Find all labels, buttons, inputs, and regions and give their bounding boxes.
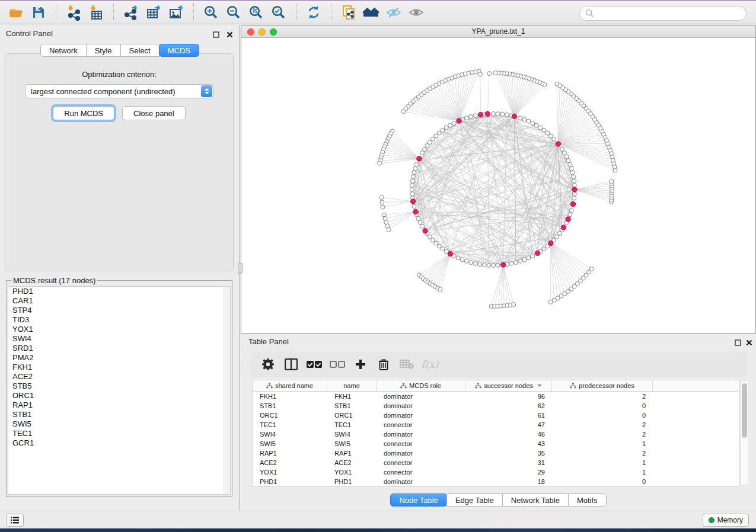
- column-header-name[interactable]: name: [327, 380, 377, 391]
- export-image-button[interactable]: [165, 2, 187, 23]
- table-scrollbar[interactable]: [741, 380, 748, 485]
- import-network-icon: [65, 4, 82, 21]
- tab-style[interactable]: Style: [86, 44, 121, 57]
- list-icon: [10, 516, 20, 524]
- table-row[interactable]: ORC1ORC1dominator610: [253, 411, 739, 420]
- table-options-button[interactable]: [259, 355, 277, 373]
- column-header-MCDS-role[interactable]: MCDS role: [377, 380, 465, 391]
- import-network-button[interactable]: [62, 2, 85, 23]
- mcds-result-list[interactable]: PHD1CAR1STP4TID3YOX1SWI4SRD1PMA2FKH1ACE2…: [8, 286, 231, 495]
- show-panels-button[interactable]: [6, 514, 24, 527]
- control-panel-tabs: NetworkStyleSelectMCDS: [0, 44, 240, 57]
- list-scrollbar[interactable]: [224, 287, 230, 494]
- shared-column-icon: [570, 383, 576, 389]
- refresh-button[interactable]: [302, 2, 325, 23]
- optimization-criterion-label: Optimization criterion:: [5, 70, 233, 79]
- table-row[interactable]: YOX1YOX1connector291: [253, 467, 739, 477]
- tab-edge-table[interactable]: Edge Table: [446, 493, 503, 507]
- mcds-result-item[interactable]: STP4: [8, 306, 230, 315]
- mcds-result-item[interactable]: STB1: [8, 410, 230, 419]
- export-table-button[interactable]: [142, 2, 165, 23]
- network-window-titlebar[interactable]: YPA_prune.txt_1: [241, 26, 755, 38]
- table-row[interactable]: ACE2ACE2connector311: [253, 458, 739, 467]
- close-table-panel-button[interactable]: [745, 339, 753, 347]
- mcds-result-item[interactable]: SRD1: [8, 344, 230, 353]
- table-row[interactable]: SWI4SWI4dominator462: [253, 430, 739, 439]
- window-close-icon[interactable]: [247, 28, 254, 36]
- export-network-button[interactable]: [120, 2, 142, 23]
- memory-status-icon: [709, 517, 714, 523]
- sort-chevron-icon[interactable]: [537, 384, 542, 387]
- open-file-button[interactable]: [5, 2, 27, 23]
- duplicate-network-button[interactable]: [337, 2, 360, 23]
- import-table-button[interactable]: [85, 2, 107, 23]
- mcds-result-item[interactable]: ORC1: [8, 391, 230, 400]
- tab-motifs[interactable]: Motifs: [568, 493, 607, 507]
- close-panel-button[interactable]: [226, 31, 234, 39]
- show-column-panel-button[interactable]: [282, 355, 300, 373]
- network-canvas[interactable]: [241, 39, 755, 333]
- deselect-all-button[interactable]: [328, 355, 346, 373]
- desktop-background: [0, 528, 756, 532]
- delete-table-button[interactable]: [398, 355, 416, 373]
- create-column-button[interactable]: [352, 355, 369, 373]
- search-input[interactable]: [597, 9, 733, 18]
- mcds-result-item[interactable]: FKH1: [8, 363, 230, 372]
- mcds-result-item[interactable]: SWI5: [8, 419, 230, 429]
- show-all-button[interactable]: [405, 2, 428, 23]
- mcds-result-item[interactable]: TEC1: [8, 429, 230, 438]
- table-row[interactable]: TEC1TEC1connector472: [253, 420, 739, 430]
- tab-network-table[interactable]: Network Table: [502, 493, 569, 507]
- mcds-result-item[interactable]: ACE2: [8, 372, 230, 382]
- toolbar-separator: [113, 4, 114, 21]
- mcds-result-item[interactable]: PHD1: [8, 287, 230, 296]
- column-header-predecessor-nodes[interactable]: predecessor nodes: [552, 380, 653, 391]
- mcds-result-item[interactable]: SWI4: [8, 334, 230, 344]
- close-mcds-panel-button[interactable]: Close panel: [122, 106, 186, 120]
- delete-column-button[interactable]: [375, 355, 393, 373]
- table-row[interactable]: SWI5SWI5connector431: [253, 439, 739, 448]
- column-header-successor-nodes[interactable]: successor nodes: [465, 380, 552, 391]
- search-field[interactable]: [579, 6, 747, 21]
- first-neighbors-button[interactable]: [360, 2, 382, 23]
- table-panel-title: Table Panel: [248, 337, 289, 346]
- float-panel-button[interactable]: [212, 31, 220, 39]
- mcds-result-item[interactable]: TID3: [8, 315, 230, 325]
- memory-button[interactable]: Memory: [703, 514, 749, 527]
- main-toolbar: [0, 0, 756, 24]
- table-row[interactable]: PHD1PHD1dominator180: [253, 477, 739, 486]
- float-table-panel-button[interactable]: [734, 339, 742, 347]
- hide-selected-button[interactable]: [382, 2, 405, 23]
- tab-mcds[interactable]: MCDS: [159, 44, 199, 57]
- zoom-in-button[interactable]: [200, 2, 222, 23]
- zoom-fit-button[interactable]: [245, 2, 267, 23]
- zoom-selected-button[interactable]: [267, 2, 290, 23]
- window-zoom-icon[interactable]: [270, 28, 277, 36]
- tab-node-table[interactable]: Node Table: [390, 493, 447, 507]
- mcds-result-item[interactable]: YOX1: [8, 325, 230, 334]
- tab-select[interactable]: Select: [120, 44, 160, 57]
- column-header-shared-name[interactable]: shared name: [253, 380, 327, 391]
- mcds-result-item[interactable]: GCR1: [8, 438, 230, 448]
- criterion-dropdown[interactable]: largest connected component (undirected): [25, 84, 213, 98]
- mcds-result-item[interactable]: STB5: [8, 382, 230, 391]
- export-network-icon: [123, 4, 139, 21]
- panel-splitter-handle[interactable]: [238, 263, 243, 274]
- toolbar-separator: [331, 4, 331, 21]
- table-row[interactable]: RAP1RAP1dominator352: [253, 448, 739, 458]
- select-all-button[interactable]: [305, 355, 323, 373]
- zoom-selected-icon: [270, 4, 287, 21]
- run-mcds-button[interactable]: Run MCDS: [53, 106, 114, 120]
- function-builder-button[interactable]: f(x): [421, 355, 439, 373]
- table-panel: Table Panel: [241, 334, 756, 511]
- tab-network[interactable]: Network: [40, 44, 87, 57]
- mcds-result-item[interactable]: CAR1: [8, 296, 230, 306]
- mcds-result-item[interactable]: PMA2: [8, 353, 230, 363]
- save-session-button[interactable]: [27, 2, 50, 23]
- table-row[interactable]: FKH1FKH1dominator962: [253, 392, 739, 401]
- zoom-out-button[interactable]: [222, 2, 245, 23]
- window-minimize-icon[interactable]: [259, 28, 266, 36]
- table-row[interactable]: STB1STB1dominator620: [253, 401, 739, 411]
- mcds-result-item[interactable]: RAP1: [8, 400, 230, 410]
- table-scrollbar-thumb[interactable]: [742, 383, 747, 438]
